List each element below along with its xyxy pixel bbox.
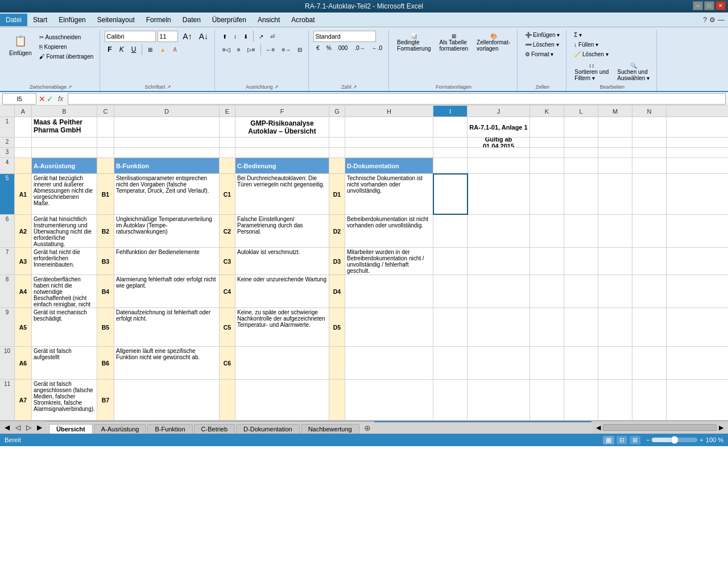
cell-j4[interactable] xyxy=(468,158,530,173)
minimize-icon[interactable]: — xyxy=(718,16,725,24)
col-header-f[interactable]: F xyxy=(235,106,329,117)
sheet-tab-ausrustung[interactable]: A-Ausrüstung xyxy=(94,424,147,434)
cell-l10[interactable] xyxy=(564,347,598,379)
indent-more-button[interactable]: ≡→ xyxy=(279,45,293,54)
menu-item-start[interactable]: Start xyxy=(27,14,53,26)
cell-l5[interactable] xyxy=(564,174,598,214)
cell-k3[interactable] xyxy=(530,148,564,157)
scroll-right-btn[interactable]: ▶ xyxy=(719,424,723,431)
col-header-k[interactable]: K xyxy=(530,106,564,117)
cell-e2[interactable] xyxy=(220,138,235,147)
fill-color-button[interactable]: ▲ xyxy=(157,45,168,54)
cell-k5[interactable] xyxy=(530,174,564,214)
cell-h10[interactable] xyxy=(345,347,433,379)
cell-f9[interactable]: Keine, zu späte oder schwierige Nachkont… xyxy=(235,308,329,346)
col-header-d[interactable]: D xyxy=(114,106,220,117)
cell-h2[interactable] xyxy=(345,138,433,147)
tab-scroll-left[interactable]: ◀ xyxy=(2,422,12,433)
col-header-i[interactable]: I xyxy=(433,106,468,117)
cell-d10[interactable]: Allgemein läuft eine spezifische Funktio… xyxy=(114,347,220,379)
cell-j11[interactable] xyxy=(468,380,530,420)
cell-b3[interactable] xyxy=(32,148,97,157)
clear-button[interactable]: 🧹 Löschen ▾ xyxy=(571,50,653,59)
cell-f10[interactable] xyxy=(235,347,329,379)
currency-button[interactable]: € xyxy=(313,44,322,52)
conditional-format-button[interactable]: 📊 BedingteFormatierung xyxy=(394,31,434,53)
cell-j5[interactable] xyxy=(468,174,530,214)
cell-k6[interactable] xyxy=(530,215,564,247)
font-decrease-button[interactable]: A↓ xyxy=(196,31,211,42)
cell-l7[interactable] xyxy=(564,248,598,275)
cell-e10[interactable]: C6 xyxy=(220,347,235,379)
cell-j3[interactable] xyxy=(468,148,530,157)
minimize-button[interactable]: ─ xyxy=(693,1,703,10)
cell-e7[interactable]: C3 xyxy=(220,248,235,275)
cell-b6[interactable]: Gerät hat hinsichtlich Instrumentierung … xyxy=(32,215,97,247)
menu-item-ueberpruefen[interactable]: Überprüfen xyxy=(206,14,252,26)
cell-k8[interactable] xyxy=(530,275,564,307)
cell-l1[interactable] xyxy=(564,117,598,137)
cell-i3[interactable] xyxy=(433,148,468,157)
maximize-button[interactable]: □ xyxy=(704,1,714,10)
cell-m10[interactable] xyxy=(598,347,632,379)
cell-l4[interactable] xyxy=(564,158,598,173)
cell-m8[interactable] xyxy=(598,275,632,307)
cell-l2[interactable] xyxy=(564,138,598,147)
cell-l8[interactable] xyxy=(564,275,598,307)
font-size-selector[interactable] xyxy=(158,31,178,42)
cell-b9[interactable]: Gerät ist mechanisch beschädigt. xyxy=(32,308,97,346)
paste-button[interactable]: 📋 Einfügen xyxy=(6,31,35,58)
align-left-button[interactable]: ≡◁ xyxy=(220,45,233,54)
bold-button[interactable]: F xyxy=(105,44,114,55)
cell-b7[interactable]: Gerät hat nicht die erforderlichen Innen… xyxy=(32,248,97,275)
cell-m6[interactable] xyxy=(598,215,632,247)
normal-view-button[interactable]: ▦ xyxy=(603,436,614,444)
col-header-h[interactable]: H xyxy=(345,106,433,117)
indent-less-button[interactable]: ←≡ xyxy=(263,45,278,54)
cell-h7[interactable]: Mitarbeiter wurden in der Betreiberdokum… xyxy=(345,248,433,275)
font-color-button[interactable]: A xyxy=(170,45,180,54)
cell-d9[interactable]: Datenaufzeichnung ist fehlerhaft oder er… xyxy=(114,308,220,346)
cell-m2[interactable] xyxy=(598,138,632,147)
cell-c6[interactable]: B2 xyxy=(97,215,114,247)
underline-button[interactable]: U xyxy=(129,44,139,55)
cell-f3[interactable] xyxy=(235,148,329,157)
cell-c5[interactable]: B1 xyxy=(97,174,114,214)
cell-g6[interactable]: D2 xyxy=(329,215,345,247)
cell-c4[interactable] xyxy=(97,158,114,173)
align-center-button[interactable]: ≡ xyxy=(234,45,243,54)
menu-item-formeln[interactable]: Formeln xyxy=(140,14,177,26)
cell-d1[interactable] xyxy=(114,117,220,137)
text-angle-button[interactable]: ↗ xyxy=(256,32,266,41)
col-header-m[interactable]: M xyxy=(598,106,632,117)
decrease-decimals-button[interactable]: ←.0 xyxy=(369,44,385,52)
cell-i4[interactable] xyxy=(433,158,468,173)
cell-l9[interactable] xyxy=(564,308,598,346)
cell-i9[interactable] xyxy=(433,308,468,346)
page-layout-button[interactable]: ⊟ xyxy=(617,436,627,444)
cell-a11[interactable]: A7 xyxy=(15,380,32,420)
cell-g7[interactable]: D3 xyxy=(329,248,345,275)
zoom-in-button[interactable]: + xyxy=(700,436,703,443)
cell-a1[interactable] xyxy=(15,117,32,137)
cell-e3[interactable] xyxy=(220,148,235,157)
italic-button[interactable]: K xyxy=(117,44,127,55)
format-copy-button[interactable]: 🖌 Format übertragen xyxy=(36,52,96,61)
cell-c9[interactable]: B5 xyxy=(97,308,114,346)
cell-j7[interactable] xyxy=(468,248,530,275)
cell-m11[interactable] xyxy=(598,380,632,420)
cell-a5[interactable]: A1 xyxy=(15,174,32,214)
menu-item-acrobat[interactable]: Acrobat xyxy=(286,14,320,26)
cell-a9[interactable]: A5 xyxy=(15,308,32,346)
cell-n3[interactable] xyxy=(632,148,667,157)
cell-i8[interactable] xyxy=(433,275,468,307)
sheet-tab-dokumentation[interactable]: D-Dokumentation xyxy=(236,424,300,434)
cell-h6[interactable]: Betreiberdokumentation ist nicht vorhand… xyxy=(345,215,433,247)
align-top-button[interactable]: ⬆ xyxy=(220,32,230,41)
cell-j2[interactable]: Gültig ab 01.04.2015 xyxy=(468,138,530,147)
font-increase-button[interactable]: A↑ xyxy=(180,31,195,42)
cell-b1[interactable]: Maas & Peither Pharma GmbH xyxy=(32,117,97,137)
cell-g3[interactable] xyxy=(329,148,345,157)
cell-g5[interactable]: D1 xyxy=(329,174,345,214)
cell-m3[interactable] xyxy=(598,148,632,157)
